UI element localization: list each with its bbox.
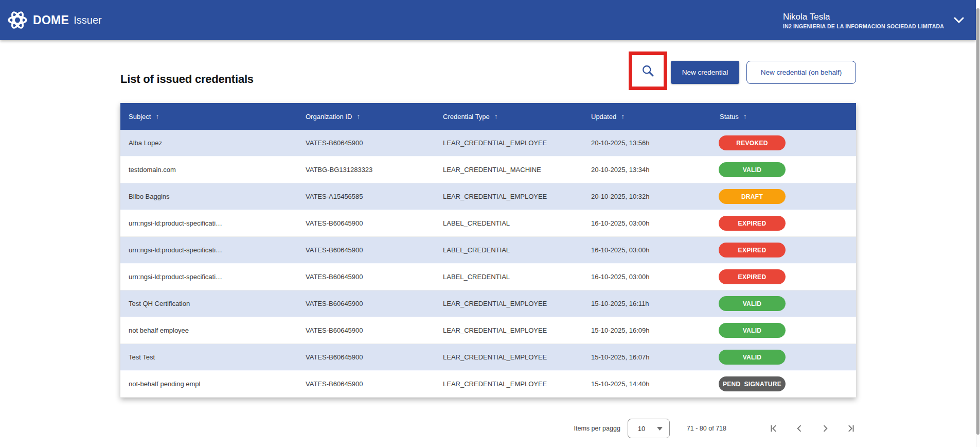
cell-updated: 20-10-2025, 13:34h	[583, 166, 711, 174]
cell-subject: Test QH Certification	[120, 300, 297, 307]
cell-updated: 15-10-2025, 16:07h	[583, 353, 711, 361]
cell-subject: Test Test	[120, 353, 297, 361]
last-page-button[interactable]	[846, 423, 856, 434]
vertical-scrollbar	[976, 0, 980, 447]
cell-organization-id: VATES-B60645900	[297, 380, 435, 388]
last-page-icon	[846, 423, 856, 434]
items-per-page-value: 10	[638, 425, 645, 433]
status-badge: EXPIRED	[719, 243, 786, 257]
status-badge: REVOKED	[719, 135, 786, 150]
search-icon	[641, 64, 655, 78]
new-credential-button[interactable]: New credential	[671, 61, 739, 84]
scrollbar-thumb[interactable]	[976, 8, 979, 435]
cell-credential-type: LABEL_CREDENTIAL	[435, 246, 583, 254]
table-row[interactable]: urn:ngsi-ld:product-specificati… VATES-B…	[120, 237, 856, 264]
table-row[interactable]: Test Test VATES-B60645900 LEAR_CREDENTIA…	[120, 344, 856, 371]
sort-arrow-icon: ↑	[743, 112, 747, 121]
next-page-button[interactable]	[820, 423, 830, 434]
pagination: Items per paggg 10 71 - 80 of 718	[574, 415, 857, 442]
cell-subject: not-behalf pending empl	[120, 380, 297, 388]
table-row[interactable]: urn:ngsi-ld:product-specificati… VATES-B…	[120, 264, 856, 290]
cell-credential-type: LEAR_CREDENTIAL_EMPLOYEE	[435, 139, 583, 147]
cell-updated: 15-10-2025, 16:11h	[583, 300, 711, 307]
cell-organization-id: VATBG-BG131283323	[297, 166, 435, 174]
previous-page-button[interactable]	[794, 423, 805, 434]
cell-subject: not behalf employee	[120, 326, 297, 334]
column-header-organization-id[interactable]: Organization ID ↑	[297, 112, 435, 121]
cell-organization-id: VATES-B60645900	[297, 139, 435, 147]
search-button[interactable]	[641, 64, 655, 78]
cell-subject: testdomain.com	[120, 166, 297, 174]
cell-credential-type: LEAR_CREDENTIAL_EMPLOYEE	[435, 353, 583, 361]
items-per-page-label: Items per paggg	[574, 425, 620, 432]
cell-credential-type: LEAR_CREDENTIAL_EMPLOYEE	[435, 193, 583, 200]
cell-updated: 15-10-2025, 14:40h	[583, 380, 711, 388]
cell-organization-id: VATES-B60645900	[297, 326, 435, 334]
app-header: DOME Issuer Nikola Tesla IN2 INGENIERIA …	[0, 0, 976, 40]
cell-updated: 16-10-2025, 03:00h	[583, 219, 711, 227]
cell-subject: urn:ngsi-ld:product-specificati…	[120, 219, 297, 227]
items-per-page-select[interactable]: 10	[628, 419, 670, 438]
sort-arrow-icon: ↑	[621, 112, 625, 121]
cell-organization-id: VATES-B60645900	[297, 353, 435, 361]
cell-subject: Alba Lopez	[120, 139, 297, 147]
brand-suffix: Issuer	[74, 14, 101, 26]
cell-updated: 16-10-2025, 03:00h	[583, 273, 711, 281]
cell-credential-type: LABEL_CREDENTIAL	[435, 273, 583, 281]
cell-credential-type: LEAR_CREDENTIAL_MACHINE	[435, 166, 583, 174]
column-header-subject[interactable]: Subject ↑	[120, 112, 297, 121]
first-page-icon	[769, 423, 779, 434]
cell-organization-id: VATES-B60645900	[297, 300, 435, 307]
status-badge: PEND_SIGNATURE	[719, 376, 786, 391]
annotation-highlight	[629, 51, 667, 90]
sort-arrow-icon: ↑	[155, 112, 159, 121]
first-page-button[interactable]	[769, 423, 779, 434]
column-header-updated[interactable]: Updated ↑	[583, 112, 711, 121]
table-row[interactable]: not-behalf pending empl VATES-B60645900 …	[120, 371, 856, 398]
cell-updated: 16-10-2025, 03:00h	[583, 246, 711, 254]
page-title: List of issued credentials	[120, 73, 254, 86]
pagination-nav	[753, 423, 856, 434]
credentials-table: Subject ↑ Organization ID ↑ Credential T…	[120, 103, 856, 398]
status-badge: EXPIRED	[719, 269, 786, 284]
user-menu[interactable]: Nikola Tesla IN2 INGENIERIA DE LA INFORM…	[783, 0, 965, 40]
table-row[interactable]: urn:ngsi-ld:product-specificati… VATES-B…	[120, 210, 856, 237]
table-row[interactable]: testdomain.com VATBG-BG131283323 LEAR_CR…	[120, 157, 856, 183]
next-page-icon	[820, 423, 830, 434]
table-header-row: Subject ↑ Organization ID ↑ Credential T…	[120, 103, 856, 130]
new-credential-on-behalf-button[interactable]: New credential (on behalf)	[746, 61, 856, 84]
cell-organization-id: VATES-B60645900	[297, 219, 435, 227]
status-badge: VALID	[719, 350, 786, 365]
cell-updated: 20-10-2025, 10:32h	[583, 193, 711, 200]
status-badge: EXPIRED	[719, 216, 786, 231]
cell-subject: urn:ngsi-ld:product-specificati…	[120, 273, 297, 281]
chevron-down-icon	[953, 17, 965, 24]
dropdown-caret-icon	[657, 427, 663, 431]
table-body: Alba Lopez VATES-B60645900 LEAR_CREDENTI…	[120, 130, 856, 398]
cell-credential-type: LEAR_CREDENTIAL_EMPLOYEE	[435, 326, 583, 334]
sort-arrow-icon: ↑	[494, 112, 498, 121]
cell-credential-type: LEAR_CREDENTIAL_EMPLOYEE	[435, 300, 583, 307]
table-row[interactable]: Alba Lopez VATES-B60645900 LEAR_CREDENTI…	[120, 130, 856, 157]
user-name: Nikola Tesla	[783, 11, 830, 22]
cell-subject: urn:ngsi-ld:product-specificati…	[120, 246, 297, 254]
column-header-status[interactable]: Status ↑	[711, 112, 856, 121]
user-organization: IN2 INGENIERIA DE LA INFORMACION SOCIEDA…	[783, 23, 944, 29]
status-badge: VALID	[719, 162, 786, 177]
cell-subject: Bilbo Baggins	[120, 193, 297, 200]
dome-logo-icon	[7, 9, 28, 31]
cell-updated: 20-10-2025, 13:56h	[583, 139, 711, 147]
table-row[interactable]: Bilbo Baggins VATES-A15456585 LEAR_CREDE…	[120, 183, 856, 210]
column-header-credential-type[interactable]: Credential Type ↑	[435, 112, 583, 121]
status-badge: VALID	[719, 323, 786, 338]
sort-arrow-icon: ↑	[357, 112, 360, 121]
brand: DOME Issuer	[7, 9, 102, 31]
cell-organization-id: VATES-B60645900	[297, 273, 435, 281]
range-label: 71 - 80 of 718	[687, 425, 726, 432]
table-row[interactable]: not behalf employee VATES-B60645900 LEAR…	[120, 317, 856, 344]
table-row[interactable]: Test QH Certification VATES-B60645900 LE…	[120, 290, 856, 317]
status-badge: VALID	[719, 296, 786, 311]
status-badge: DRAFT	[719, 189, 786, 204]
cell-credential-type: LEAR_CREDENTIAL_EMPLOYEE	[435, 380, 583, 388]
cell-organization-id: VATES-B60645900	[297, 246, 435, 254]
